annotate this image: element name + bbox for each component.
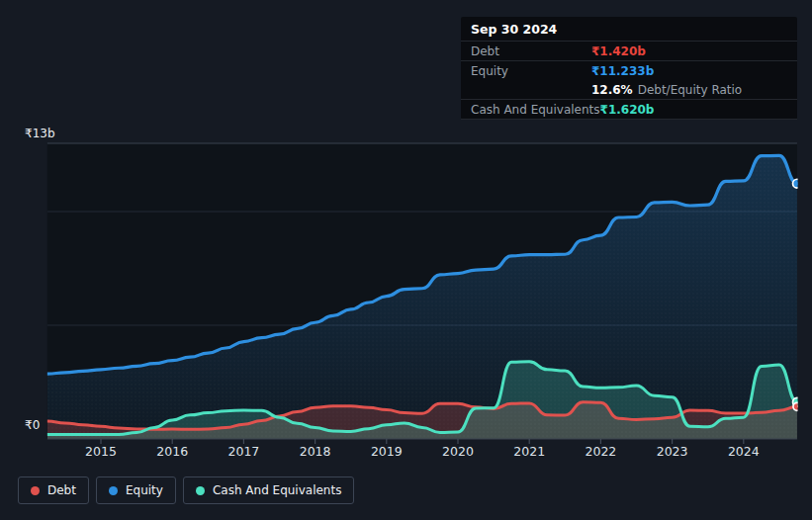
x-axis-label-2023: 2023 bbox=[651, 444, 694, 459]
x-axis-label-2018: 2018 bbox=[294, 444, 337, 459]
tooltip-date: Sep 30 2024 bbox=[461, 17, 797, 42]
legend-item-equity[interactable]: Equity bbox=[96, 477, 176, 504]
x-axis-label-2020: 2020 bbox=[436, 444, 480, 459]
chart-legend: DebtEquityCash And Equivalents bbox=[18, 477, 354, 504]
equity-dot-icon bbox=[109, 486, 118, 495]
x-axis-label-2016: 2016 bbox=[150, 444, 194, 459]
legend-item-debt[interactable]: Debt bbox=[18, 477, 89, 504]
equity-endpoint-marker[interactable] bbox=[793, 179, 802, 188]
x-axis-label-2021: 2021 bbox=[507, 444, 551, 459]
x-axis-label-2024: 2024 bbox=[722, 444, 766, 459]
debt-dot-icon bbox=[31, 486, 40, 495]
cash-dot-icon bbox=[196, 486, 205, 495]
x-axis-label-2019: 2019 bbox=[365, 444, 408, 459]
tooltip-cash-label: Cash And Equivalents bbox=[471, 103, 600, 117]
legend-label-cash: Cash And Equivalents bbox=[213, 483, 342, 497]
tooltip-debt-label: Debt bbox=[471, 44, 591, 58]
tooltip-row-ratio: 12.6%Debt/Equity Ratio bbox=[461, 80, 797, 100]
tooltip-ratio-label: Debt/Equity Ratio bbox=[638, 83, 743, 97]
debt-equity-history-chart: ₹13b ₹0 20152016201720182019202020212022… bbox=[0, 0, 812, 520]
x-axis-label-2022: 2022 bbox=[579, 444, 622, 459]
x-axis-label-2015: 2015 bbox=[79, 444, 123, 459]
tooltip-cash-value: ₹1.620b bbox=[600, 103, 655, 117]
tooltip-row-debt: Debt ₹1.420b bbox=[461, 42, 797, 61]
tooltip-equity-value: ₹11.233b bbox=[591, 64, 654, 78]
tooltip-ratio-value: 12.6% bbox=[591, 83, 633, 97]
legend-label-equity: Equity bbox=[126, 483, 163, 497]
tooltip-equity-label: Equity bbox=[471, 64, 591, 78]
y-axis-label-max: ₹13b bbox=[25, 127, 55, 140]
debt-endpoint-marker[interactable] bbox=[793, 402, 801, 410]
y-axis-label-zero: ₹0 bbox=[25, 418, 40, 432]
x-axis-label-2017: 2017 bbox=[222, 444, 265, 459]
tooltip-row-equity: Equity ₹11.233b bbox=[461, 61, 797, 80]
chart-tooltip: Sep 30 2024 Debt ₹1.420b Equity ₹11.233b… bbox=[461, 17, 797, 120]
tooltip-debt-value: ₹1.420b bbox=[591, 44, 646, 58]
legend-item-cash[interactable]: Cash And Equivalents bbox=[183, 477, 355, 504]
tooltip-row-cash: Cash And Equivalents ₹1.620b bbox=[461, 100, 797, 120]
legend-label-debt: Debt bbox=[47, 483, 76, 497]
